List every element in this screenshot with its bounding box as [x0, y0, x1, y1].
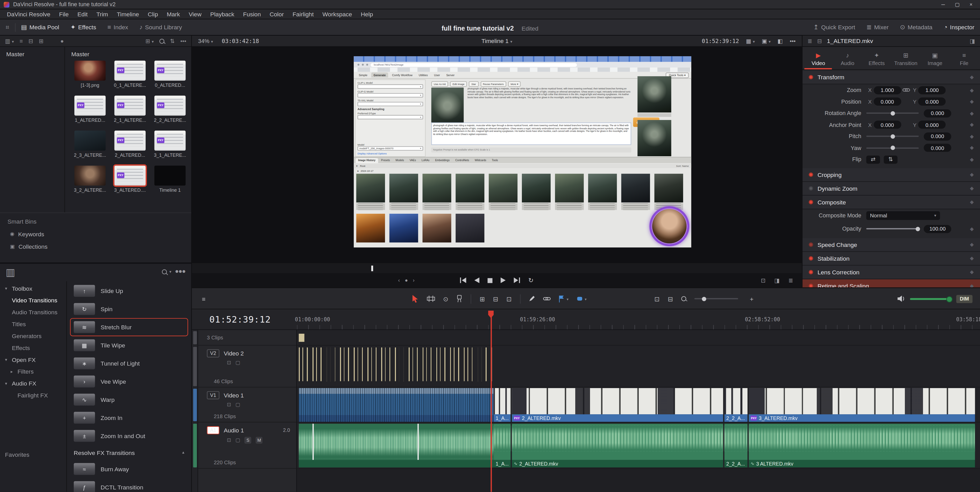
menu-item[interactable]: Edit: [73, 11, 92, 18]
media-pool-button[interactable]: ▤ Media Pool: [15, 19, 65, 35]
replace-clip-icon[interactable]: ⊡: [506, 295, 512, 303]
sound-library-button[interactable]: ♪ Sound Library: [134, 19, 188, 35]
transition-item[interactable]: + Zoom In: [70, 409, 188, 427]
audio-monitor-icon[interactable]: [897, 296, 905, 302]
list-view-icon[interactable]: ⊟: [29, 38, 33, 44]
more-icon[interactable]: •••: [175, 266, 186, 277]
smart-bin-collections[interactable]: ▣ Collections: [8, 243, 191, 250]
video1-lane[interactable]: 1_A... PXY 2_ALTERED.mkv 2_2_A...: [297, 387, 980, 422]
menu-item[interactable]: Mark: [162, 11, 185, 18]
effects-category[interactable]: ▾ Audio FX: [0, 377, 66, 389]
bin-item-master[interactable]: Master: [6, 51, 24, 57]
menu-item[interactable]: Fusion: [239, 11, 265, 18]
section-enable-toggle[interactable]: [809, 270, 813, 274]
link-clips-icon[interactable]: [543, 296, 550, 301]
effects-category[interactable]: Fairlight FX: [0, 389, 66, 401]
video-clip[interactable]: PXY 3_ALTERED.mkv: [749, 388, 975, 422]
flag-icon[interactable]: [558, 295, 564, 303]
menu-item[interactable]: Trim: [92, 11, 113, 18]
zoom-detail-icon[interactable]: ⊟: [668, 295, 673, 303]
inspector-tab[interactable]: ▣ Image: [921, 52, 949, 69]
menu-item[interactable]: Playback: [206, 11, 239, 18]
position-x-field[interactable]: 0.000: [873, 98, 901, 106]
loop-button[interactable]: ↻: [528, 277, 533, 284]
section-enable-toggle[interactable]: [809, 242, 813, 247]
effects-category[interactable]: Generators: [0, 330, 66, 342]
timeline-ruler[interactable]: 01:52:39:12 01:00:00:00 01:59:26:00 02:5…: [192, 309, 980, 330]
video-clip[interactable]: PXY 2_ALTERED.mkv: [512, 388, 723, 422]
goto-end-button[interactable]: [514, 277, 520, 283]
transition-item[interactable]: ↑ Slide Up: [70, 282, 188, 300]
track-header-v2[interactable]: V2 Video 2 ⊡ ▢ 46 Clips: [198, 346, 296, 388]
marker-color-caret-icon[interactable]: ▾: [585, 296, 587, 301]
menu-item[interactable]: View: [184, 11, 206, 18]
search-icon[interactable]: [159, 38, 164, 43]
selection-tool-icon[interactable]: [412, 295, 419, 303]
favorites-section[interactable]: Favorites: [5, 451, 29, 458]
anchor-x-field[interactable]: 0.000: [873, 121, 901, 129]
subtitle-track-header[interactable]: 3 Clips: [198, 330, 296, 346]
opacity-slider[interactable]: [866, 228, 919, 229]
menu-item[interactable]: Help: [356, 11, 377, 18]
smart-bins-header[interactable]: Smart Bins: [8, 218, 191, 225]
inspector-button[interactable]: ◔ Inspector: [938, 19, 980, 35]
zoom-y-field[interactable]: 1.000: [918, 86, 946, 94]
video2-clips[interactable]: [299, 347, 494, 381]
section-enable-toggle[interactable]: [809, 283, 813, 288]
menu-item[interactable]: Clip: [143, 11, 162, 18]
zoom-in-icon[interactable]: +: [750, 295, 754, 303]
timeline-options-icon[interactable]: ≡: [202, 295, 205, 303]
transition-item[interactable]: ≈ Burn Away: [70, 460, 188, 478]
prev-frame-icon[interactable]: ‹: [398, 277, 399, 283]
stop-button[interactable]: [488, 278, 493, 283]
audio-clip[interactable]: ∿ 2_ALTERED.mkv: [512, 424, 723, 467]
keyframe-icon[interactable]: ◆: [970, 110, 974, 116]
section-enable-toggle[interactable]: [809, 172, 813, 177]
anchor-y-field[interactable]: 0.000: [918, 121, 946, 129]
section-stabilization[interactable]: Stabilization ◆: [802, 252, 980, 265]
mixer-button[interactable]: ≣ Mixer: [861, 19, 894, 35]
thumb-size-icon[interactable]: ⊞ ▾: [145, 38, 154, 44]
effects-category[interactable]: Audio Transitions: [0, 306, 66, 318]
media-clip[interactable]: PXY 2_2_ALTERE...: [151, 96, 189, 131]
dynamic-trim-icon[interactable]: ⊙: [443, 295, 448, 303]
media-clip[interactable]: [1-3].png: [71, 61, 109, 96]
keyframe-icon[interactable]: ◆: [970, 172, 974, 177]
effects-category[interactable]: ▾ Open FX: [0, 353, 66, 366]
transition-item[interactable]: ↻ Spin: [70, 300, 188, 318]
current-frame-icon[interactable]: ●: [405, 277, 408, 283]
goto-last-icon[interactable]: ◨: [774, 277, 780, 283]
link-xy-icon[interactable]: [902, 88, 910, 92]
panel-icon[interactable]: ▥: [6, 266, 15, 278]
section-retime-scaling[interactable]: Retime and Scaling ◆: [802, 279, 980, 288]
more-icon[interactable]: •••: [790, 38, 796, 44]
composite-mode-select[interactable]: Normal ▾: [866, 211, 940, 220]
auto-select-icon[interactable]: ⊡: [227, 437, 231, 443]
media-clip[interactable]: PXY 3_1_ALTERE...: [151, 131, 189, 166]
auto-select-icon[interactable]: ⊡: [227, 402, 231, 408]
index-button[interactable]: ≡ Index: [102, 19, 134, 35]
keyframe-icon[interactable]: ◆: [970, 185, 974, 191]
keyframe-icon[interactable]: ◆: [970, 134, 974, 139]
section-enable-toggle[interactable]: [809, 256, 813, 260]
solo-button[interactable]: S: [245, 437, 251, 444]
keyframe-icon[interactable]: ◆: [970, 283, 974, 287]
smart-bin-keywords[interactable]: ◉ Keywords: [8, 231, 191, 237]
keyframe-icon[interactable]: ◆: [970, 74, 974, 80]
play-reverse-button[interactable]: [474, 277, 479, 283]
media-clip[interactable]: 2_3_ALTERE...: [71, 131, 109, 166]
mute-button[interactable]: M: [256, 437, 263, 444]
cinema-icon[interactable]: ≣: [789, 277, 793, 283]
effects-category[interactable]: ▸ Filters: [0, 366, 66, 377]
rotation-slider[interactable]: [866, 113, 919, 114]
section-dynamic-zoom[interactable]: Dynamic Zoom ◆: [802, 182, 980, 195]
flip-vertical-button[interactable]: ⇅: [884, 156, 897, 164]
keyframe-icon[interactable]: ◆: [970, 99, 974, 105]
keyframe-icon[interactable]: ◆: [970, 122, 974, 128]
lock-icon[interactable]: ▢: [235, 360, 240, 366]
media-clip[interactable]: Timeline 1: [151, 166, 189, 201]
filmstrip-view-icon[interactable]: ≡: [19, 38, 23, 44]
video-clip[interactable]: 1_A...: [494, 388, 511, 422]
transition-item[interactable]: ∗ Tunnel of Light: [70, 354, 188, 373]
track-name[interactable]: Audio 1: [224, 427, 244, 434]
